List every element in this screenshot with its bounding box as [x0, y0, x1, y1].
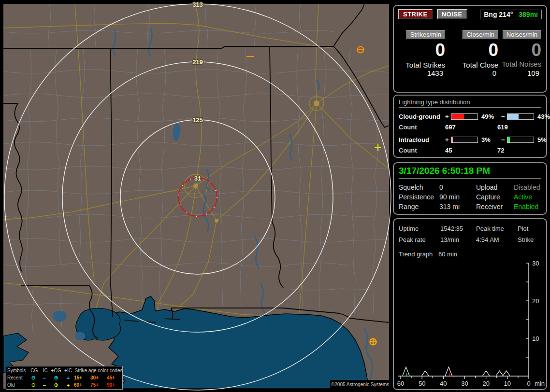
squelch-label: Squelch	[399, 183, 439, 191]
noises-per-min-button[interactable]: Noises/min	[503, 30, 541, 39]
total-noises-value: 109	[498, 69, 541, 77]
svg-text:0: 0	[527, 380, 530, 387]
bearing-readout: Bng 214° 389mi	[480, 10, 542, 19]
strike-circle-plus-icon	[370, 339, 376, 345]
noise-toggle-button[interactable]: NOISE	[437, 9, 467, 19]
cg-positive-pct: 49%	[479, 113, 501, 120]
old-circle-minus-icon: ⊖	[28, 382, 39, 388]
old-minus-icon: −	[39, 382, 50, 388]
recent-plus-icon: +	[62, 375, 74, 381]
cg-positive-bar	[451, 113, 478, 120]
minus-sign: −	[501, 136, 507, 143]
svg-text:10: 10	[532, 335, 539, 342]
ic-positive-bar	[451, 137, 478, 143]
range-value: 313 mi	[439, 203, 476, 210]
trend-panel: Uptime 1542:35 Peak time Plot Peak rate …	[393, 218, 547, 390]
inland-lakes	[53, 123, 180, 340]
svg-text:30: 30	[532, 261, 539, 267]
squelch-value: 0	[439, 183, 476, 191]
plot-label: Plot	[518, 225, 541, 232]
ic-negative-pct: 5%	[535, 136, 550, 143]
age-15: 15+	[74, 375, 90, 380]
total-strikes-value: 1433	[399, 69, 445, 77]
cg-negative-bar	[507, 113, 534, 120]
close-per-min-value: 0	[445, 41, 498, 60]
age-90: 90+	[107, 382, 123, 388]
peak-rate-label: Peak rate	[399, 236, 440, 243]
svg-text:30: 30	[461, 380, 468, 387]
receiver-status: Enabled	[514, 203, 541, 210]
legend-col-pcg: +CG	[50, 368, 62, 373]
svg-text:40: 40	[440, 380, 447, 387]
distribution-title: Lightning type distribution	[399, 98, 541, 108]
strikes-per-min-button[interactable]: Strikes/min	[406, 30, 445, 39]
minus-sign: −	[501, 113, 507, 120]
ring-label-313: 313	[192, 1, 203, 8]
strike-map[interactable]: 313 219 125 31 Symbols -CG -IC +CG +IC S…	[3, 4, 389, 389]
plus-sign: +	[445, 113, 451, 120]
ic-negative-count: 72	[497, 147, 541, 154]
age-75: 75+	[90, 382, 107, 388]
ic-count-label: Count	[399, 147, 445, 154]
ic-positive-count: 45	[445, 147, 497, 154]
bearing-value: Bng 214°	[484, 11, 513, 18]
capture-status: Active	[514, 193, 541, 201]
uptime-label: Uptime	[399, 225, 440, 232]
gulf-of-mexico	[105, 296, 369, 389]
strike-circle-minus-icon	[358, 47, 364, 53]
cloud-ground-label: Cloud-ground	[399, 113, 445, 120]
ring-label-31: 31	[194, 175, 201, 182]
noises-per-min-value: 0	[531, 40, 541, 60]
legend-symbols-header: Symbols	[7, 368, 28, 373]
lightning-tracker-window: { "top_panel": { "strike_button": "STRIK…	[0, 0, 550, 392]
strike-stats-panel: STRIKE NOISE Bng 214° 389mi Strikes/min …	[393, 5, 547, 93]
svg-text:10: 10	[504, 380, 511, 387]
total-strikes-label: Total Strikes	[399, 61, 445, 69]
svg-text:50: 50	[419, 380, 425, 387]
ring-label-125: 125	[192, 116, 203, 124]
status-panel: 3/17/2026 6:50:18 PM Squelch 0 Upload Di…	[393, 162, 547, 215]
age-60: 60+	[74, 382, 90, 388]
peak-time-label: Peak time	[476, 225, 518, 232]
upload-label: Upload	[476, 183, 514, 191]
persistence-label: Persistence	[399, 193, 439, 201]
range-label: Range	[399, 203, 439, 210]
recent-minus-icon: −	[39, 375, 50, 381]
trend-graph-label: Trend graph	[399, 251, 438, 258]
cg-negative-pct: 43%	[535, 113, 550, 120]
ic-negative-bar	[507, 137, 534, 143]
cg-negative-count: 619	[497, 124, 541, 131]
peak-time-value: 4:54 AM	[476, 236, 518, 243]
legend-row-old-label: Old	[7, 382, 28, 388]
upload-status: Disabled	[514, 183, 541, 191]
legend-row-recent-label: Recent	[7, 375, 28, 380]
svg-text:20: 20	[482, 380, 489, 387]
ring-label-219: 219	[192, 58, 203, 66]
map-canvas: 313 219 125 31	[3, 4, 389, 389]
legend-col-pic: +IC	[62, 368, 74, 373]
svg-text:min: min	[535, 380, 545, 387]
peak-rate-value: 13/min	[440, 236, 476, 243]
total-close-label: Total Close	[445, 61, 498, 69]
copyright-text: ©2005 Astrogenic Systems	[330, 380, 390, 389]
ic-positive-pct: 3%	[479, 136, 501, 143]
total-noises-label: Total Noises	[502, 60, 541, 68]
plus-sign: +	[445, 136, 451, 143]
close-per-min-button[interactable]: Close/min	[463, 30, 498, 39]
recent-circle-plus-icon: ⊕	[50, 375, 62, 381]
uptime-value: 1542:35	[440, 225, 476, 232]
persistence-value: 90 min	[439, 193, 476, 201]
legend-age-header: Strike age color codes	[74, 368, 123, 373]
datetime-display: 3/17/2026 6:50:18 PM	[399, 166, 541, 179]
capture-label: Capture	[476, 193, 514, 201]
strike-toggle-button[interactable]: STRIKE	[398, 9, 433, 19]
trend-window-value: 60 min	[438, 251, 541, 258]
svg-text:20: 20	[532, 297, 539, 305]
recent-circle-minus-icon: ⊖	[28, 375, 39, 381]
lightning-distribution-panel: Lightning type distribution Cloud-ground…	[393, 95, 547, 158]
cg-count-label: Count	[399, 124, 445, 131]
svg-text:60: 60	[397, 380, 404, 387]
bearing-distance: 389mi	[519, 11, 538, 18]
receiver-label: Receiver	[476, 203, 514, 210]
age-30: 30+	[90, 375, 107, 380]
